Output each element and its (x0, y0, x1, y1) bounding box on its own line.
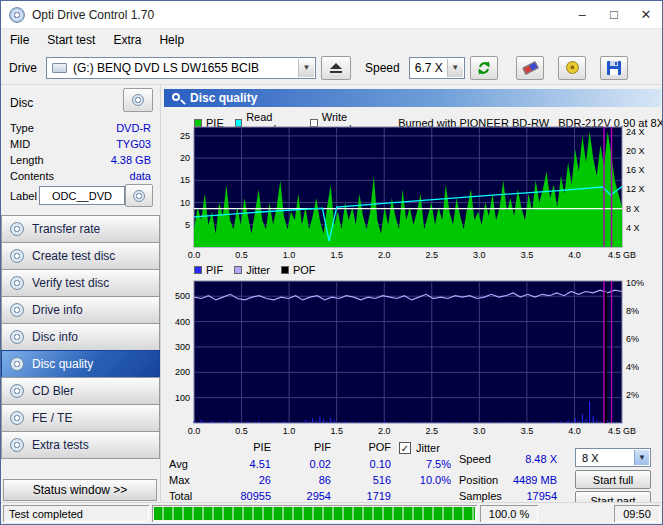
speed-result-value: 8.48 X (501, 453, 557, 465)
svg-text:3.0: 3.0 (473, 250, 486, 260)
disc-field-contents: Contents data (10, 170, 151, 184)
menu-start-test[interactable]: Start test (38, 29, 104, 51)
sidebar-item-label: Transfer rate (32, 222, 100, 236)
sidebar-item-cd-bler[interactable]: CD Bler (1, 377, 160, 405)
drive-icon (52, 63, 67, 73)
sidebar-item-extra-tests[interactable]: Extra tests (1, 431, 160, 459)
svg-text:400: 400 (175, 317, 190, 327)
fe-te-icon (10, 411, 24, 425)
svg-text:12 X: 12 X (626, 184, 645, 194)
extra-tests-icon (10, 438, 24, 452)
scan-speed-value: 8 X (582, 452, 599, 464)
sidebar-item-label: Disc info (32, 330, 78, 344)
clock: 09:50 (614, 505, 660, 522)
total-pof: 1719 (341, 490, 391, 502)
sidebar-item-label: Create test disc (32, 249, 115, 263)
sidebar-item-verify-test-disc[interactable]: Verify test disc (1, 269, 160, 297)
svg-text:3.5: 3.5 (521, 250, 534, 260)
menu-help[interactable]: Help (150, 29, 193, 51)
svg-text:6%: 6% (626, 334, 639, 344)
page-title-bar: Disc quality (164, 89, 661, 107)
status-window-button[interactable]: Status window >> (3, 479, 157, 501)
pie-read-speed-chart: 5101520254 X8 X12 X16 X20 X24 X0.00.51.0… (161, 125, 661, 261)
chevron-down-icon[interactable]: ▼ (298, 59, 314, 77)
pof-legend-swatch (281, 266, 289, 274)
refresh-speeds-button[interactable] (470, 56, 498, 80)
sidebar-item-drive-info[interactable]: Drive info (1, 296, 160, 324)
field-label: Contents (10, 170, 54, 184)
svg-text:4.0: 4.0 (568, 250, 581, 260)
field-label: MID (10, 138, 30, 152)
svg-text:5: 5 (185, 220, 190, 230)
drive-label: Drive (9, 61, 37, 75)
max-pie: 26 (221, 474, 271, 486)
edit-label-button[interactable] (125, 184, 153, 207)
legend-label: Jitter (246, 264, 270, 276)
edit-label-icon (133, 190, 145, 202)
options-button[interactable] (558, 56, 586, 80)
sidebar-item-label: FE / TE (32, 411, 72, 425)
speed-select[interactable]: 6.7 X ▼ (409, 57, 465, 79)
svg-text:0.5: 0.5 (235, 250, 248, 260)
save-button[interactable] (600, 56, 628, 80)
sidebar-item-disc-info[interactable]: Disc info (1, 323, 160, 351)
svg-text:200: 200 (175, 367, 190, 377)
status-bar: Test completed 100.0 % 09:50 (1, 502, 662, 524)
eject-button[interactable] (321, 56, 351, 80)
svg-text:500: 500 (175, 291, 190, 301)
svg-text:1.0: 1.0 (283, 426, 296, 436)
create-test-disc-icon (10, 249, 24, 263)
position-label: Position (459, 474, 498, 486)
transfer-rate-icon (10, 222, 24, 236)
minimize-button[interactable]: – (566, 1, 598, 28)
field-value: DVD-R (116, 122, 151, 136)
scan-speed-select[interactable]: 8 X ▼ (575, 448, 651, 467)
speed-result-label: Speed (459, 453, 491, 465)
app-window: Opti Drive Control 1.70 – □ ✕ File Start… (0, 0, 663, 525)
menu-file[interactable]: File (1, 29, 38, 51)
sidebar-item-disc-quality[interactable]: Disc quality (1, 350, 160, 378)
menu-extra[interactable]: Extra (104, 29, 150, 51)
svg-text:1.5: 1.5 (330, 426, 343, 436)
page-title: Disc quality (190, 91, 257, 105)
progress-bar (152, 505, 477, 522)
svg-text:20: 20 (180, 153, 190, 163)
cd-bler-icon (10, 384, 24, 398)
start-full-button[interactable]: Start full (575, 470, 651, 489)
sidebar-item-label: Disc quality (32, 357, 93, 371)
chevron-down-icon[interactable]: ▼ (447, 59, 463, 77)
sidebar-item-fe-te[interactable]: FE / TE (1, 404, 160, 432)
svg-text:0.0: 0.0 (188, 426, 201, 436)
svg-text:0.0: 0.0 (188, 250, 201, 260)
avg-pie: 4.51 (221, 458, 271, 470)
sidebar-item-label: Drive info (32, 303, 83, 317)
field-label: Type (10, 122, 34, 136)
svg-text:1.5: 1.5 (330, 250, 343, 260)
magnifier-icon (172, 93, 180, 101)
drive-select[interactable]: (G:) BENQ DVD LS DW1655 BCIB ▼ (46, 57, 316, 79)
svg-text:25: 25 (180, 131, 190, 141)
eraser-icon (522, 60, 539, 74)
close-button[interactable]: ✕ (630, 1, 662, 28)
refresh-disc-button[interactable] (123, 88, 153, 112)
jitter-checkbox[interactable]: ✓ (399, 442, 411, 454)
svg-text:20 X: 20 X (626, 146, 645, 156)
chevron-down-icon[interactable]: ▼ (634, 450, 649, 465)
svg-text:2%: 2% (626, 390, 639, 400)
total-pif: 2954 (281, 490, 331, 502)
disc-panel-title: Disc (10, 96, 33, 110)
app-icon (9, 7, 25, 23)
svg-text:4%: 4% (626, 362, 639, 372)
field-label: Label (10, 190, 37, 204)
refresh-disc-icon (132, 94, 144, 106)
position-value: 4489 MB (501, 474, 557, 486)
eraser-button[interactable] (516, 56, 544, 80)
disc-label-field[interactable]: ODC__DVD (39, 186, 125, 205)
toolbar: Drive (G:) BENQ DVD LS DW1655 BCIB ▼ Spe… (1, 51, 662, 85)
progress-percent: 100.0 % (480, 505, 538, 522)
sidebar-item-transfer-rate[interactable]: Transfer rate (1, 215, 160, 243)
sidebar-item-create-test-disc[interactable]: Create test disc (1, 242, 160, 270)
svg-text:2.0: 2.0 (378, 250, 391, 260)
svg-text:1.0: 1.0 (283, 250, 296, 260)
maximize-button[interactable]: □ (598, 1, 630, 28)
